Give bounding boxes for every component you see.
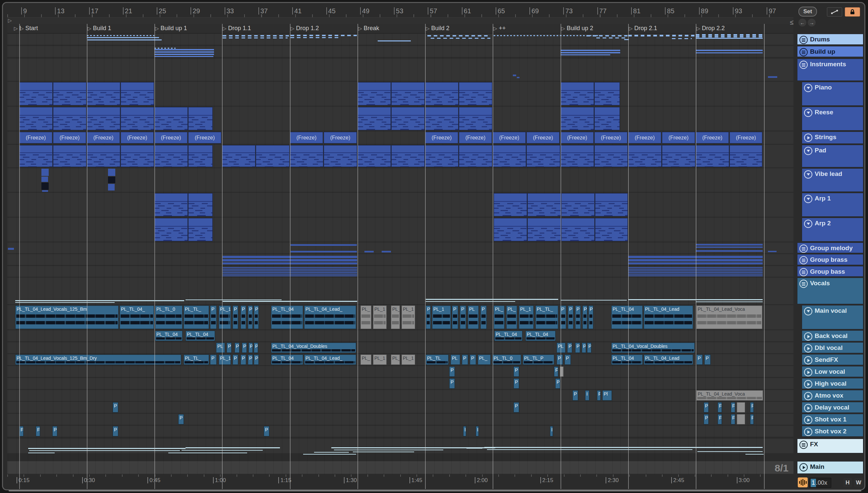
group-menu-icon[interactable] bbox=[799, 441, 808, 449]
audio-clip[interactable]: PL_1 bbox=[373, 305, 387, 329]
unfold-play-icon[interactable] bbox=[804, 380, 812, 388]
midi-clip[interactable] bbox=[53, 145, 86, 167]
midi-clip[interactable] bbox=[256, 145, 289, 167]
audio-clip[interactable]: PL_ bbox=[478, 355, 491, 365]
track-header-main-vocal[interactable]: Main vocal bbox=[802, 305, 863, 329]
track-header-high-vocal[interactable]: High vocal bbox=[802, 378, 863, 389]
audio-clip[interactable]: PL_1 bbox=[519, 305, 534, 329]
audio-clip[interactable]: PL_1 bbox=[402, 305, 415, 329]
audio-clip[interactable]: F bbox=[731, 402, 735, 412]
lane-instruments[interactable] bbox=[7, 59, 794, 81]
frozen-clip[interactable]: (Freeze) bbox=[730, 132, 762, 144]
audio-clip[interactable]: P bbox=[240, 355, 246, 365]
audio-clip[interactable]: PL_TL_ bbox=[535, 305, 558, 329]
audio-clip[interactable]: PL_1 bbox=[402, 355, 415, 365]
audio-clip[interactable]: PL_TL_04_Lead bbox=[644, 305, 693, 329]
group-menu-icon[interactable] bbox=[799, 61, 808, 69]
midi-clip[interactable] bbox=[357, 145, 391, 167]
lane-shot-vox-1[interactable] bbox=[7, 414, 794, 425]
fold-down-icon[interactable] bbox=[804, 170, 812, 178]
fold-down-icon[interactable] bbox=[804, 220, 812, 228]
audio-clip[interactable]: PL bbox=[216, 343, 225, 353]
midi-clip[interactable] bbox=[561, 193, 595, 216]
track-header-main[interactable]: Main bbox=[797, 461, 863, 474]
audio-clip[interactable]: PL_TL_ bbox=[183, 355, 209, 365]
midi-clip[interactable] bbox=[493, 145, 526, 167]
audio-clip[interactable]: PL_TL_04_Lead_Vocals_125_Bm_Dry bbox=[15, 355, 181, 365]
lane-atmo-vox[interactable] bbox=[7, 390, 794, 401]
audio-clip[interactable]: PL_TL_0 bbox=[155, 305, 182, 329]
audio-clip[interactable]: P bbox=[264, 426, 269, 436]
audio-clip[interactable]: P bbox=[514, 402, 519, 412]
audio-clip[interactable]: PL_TL_04 bbox=[186, 331, 215, 341]
track-header-pad[interactable]: Pad bbox=[802, 145, 863, 167]
lane-shot-vox-2[interactable] bbox=[7, 426, 794, 437]
audio-clip[interactable]: P bbox=[557, 355, 563, 365]
midi-clip[interactable] bbox=[662, 145, 695, 167]
audio-clip[interactable]: P bbox=[226, 343, 232, 353]
midi-clip[interactable] bbox=[87, 82, 120, 105]
audio-clip[interactable]: PL_TL_04 bbox=[611, 355, 643, 365]
unfold-play-icon[interactable] bbox=[804, 332, 812, 341]
frozen-clip[interactable]: (Freeze) bbox=[154, 132, 188, 144]
audio-clip[interactable]: P bbox=[565, 355, 571, 365]
frozen-clip[interactable]: (Freeze) bbox=[53, 132, 86, 144]
loop-bar[interactable]: ▷ bbox=[7, 17, 794, 24]
midi-clip[interactable] bbox=[696, 145, 729, 167]
track-header-vibe-lead[interactable]: Vibe lead bbox=[802, 168, 863, 192]
unfold-play-icon[interactable] bbox=[804, 344, 812, 352]
audio-clip[interactable]: P bbox=[704, 402, 709, 412]
midi-clip[interactable] bbox=[459, 82, 492, 105]
locator-drop-1-1[interactable]: ▷Drop 1.1 bbox=[223, 25, 251, 32]
audio-clip[interactable]: PL_ bbox=[494, 305, 504, 329]
frozen-clip[interactable]: (Freeze) bbox=[561, 132, 594, 144]
track-header-delay-vocal[interactable]: Delay vocal bbox=[802, 402, 863, 413]
audio-clip[interactable]: P bbox=[210, 305, 217, 329]
locator-start[interactable]: ▷Start bbox=[20, 25, 38, 32]
audio-clip[interactable]: P bbox=[567, 343, 572, 353]
midi-clip[interactable] bbox=[527, 218, 561, 241]
midi-clip[interactable] bbox=[527, 193, 561, 216]
audio-clip[interactable]: F bbox=[731, 414, 735, 424]
midi-clip[interactable] bbox=[561, 107, 594, 130]
midi-clip[interactable] bbox=[595, 193, 628, 216]
audio-clip[interactable]: I bbox=[585, 390, 589, 401]
midi-clip[interactable] bbox=[425, 145, 458, 167]
audio-clip[interactable]: Pl bbox=[582, 343, 586, 353]
audio-clip[interactable]: P bbox=[568, 305, 573, 329]
midi-clip[interactable] bbox=[391, 82, 425, 105]
audio-clip[interactable] bbox=[737, 414, 745, 424]
unfold-play-icon[interactable] bbox=[804, 404, 812, 412]
midi-clip[interactable] bbox=[595, 218, 628, 241]
audio-clip[interactable]: P bbox=[178, 414, 184, 424]
audio-clip[interactable]: PL bbox=[468, 305, 479, 329]
unfold-play-icon[interactable] bbox=[804, 392, 812, 400]
audio-clip[interactable]: P bbox=[555, 378, 560, 389]
audio-clip[interactable]: P bbox=[254, 355, 259, 365]
midi-clip[interactable] bbox=[594, 82, 620, 105]
track-header-group-brass[interactable]: Group brass bbox=[797, 254, 863, 265]
midi-clip[interactable] bbox=[53, 82, 86, 105]
audio-clip[interactable]: P bbox=[750, 414, 754, 424]
track-header-atmo-vox[interactable]: Atmo vox bbox=[802, 390, 863, 401]
audio-clip[interactable]: PL_TL_04_Lead bbox=[644, 355, 693, 365]
midi-clip[interactable] bbox=[526, 145, 560, 167]
audio-clip[interactable]: PL bbox=[451, 355, 460, 365]
zoom-width-button[interactable]: W bbox=[854, 478, 863, 487]
midi-clip[interactable] bbox=[391, 107, 425, 130]
lane-build-up[interactable] bbox=[7, 46, 794, 57]
audition-waveform-button[interactable] bbox=[798, 477, 808, 487]
audio-clip[interactable]: PL_ bbox=[506, 305, 517, 329]
audio-clip[interactable]: PL_TL_04_Vocal_Doubles bbox=[611, 343, 695, 353]
frozen-clip[interactable]: (Freeze) bbox=[526, 132, 560, 144]
midi-clip[interactable] bbox=[154, 218, 188, 241]
midi-clip[interactable] bbox=[188, 193, 213, 216]
track-header-shot-vox-2[interactable]: Shot vox 2 bbox=[802, 426, 863, 437]
lane-main[interactable] bbox=[7, 461, 794, 474]
audio-clip[interactable]: F bbox=[597, 390, 601, 401]
track-header-dbl-vocal[interactable]: Dbl vocal bbox=[802, 342, 863, 353]
audio-clip[interactable]: P bbox=[514, 378, 519, 389]
audio-clip[interactable]: P bbox=[704, 414, 709, 424]
audio-clip[interactable]: PL_TL_04 bbox=[611, 305, 643, 329]
track-header-strings[interactable]: Strings bbox=[802, 131, 863, 144]
